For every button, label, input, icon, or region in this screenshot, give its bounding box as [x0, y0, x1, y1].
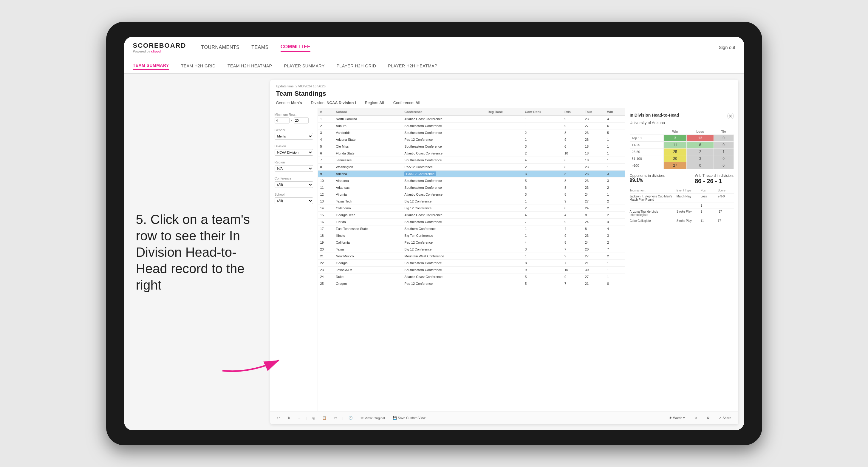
table-row[interactable]: 15 Georgia Tech Atlantic Coast Conferenc… [318, 212, 625, 219]
cell-reg [485, 253, 522, 260]
cell-num: 3 [318, 129, 334, 136]
sub-nav-player-h2h-heatmap[interactable]: PLAYER H2H HEATMAP [388, 62, 437, 70]
h2h-tie-top10: 0 [714, 135, 734, 142]
col-tour: Tour [583, 108, 605, 116]
toolbar-view-original[interactable]: 👁 View: Original [358, 415, 388, 421]
h2h-col-label [630, 128, 664, 135]
cell-conf: 1 [522, 198, 562, 205]
cell-win: 1 [605, 150, 625, 157]
h2h-row-51100: 51-100 20 3 0 [630, 155, 734, 162]
h2h-row-top10: Top 10 3 13 0 [630, 135, 734, 142]
table-row[interactable]: 19 California Pac-12 Conference 4 8 24 2 [318, 239, 625, 246]
table-row[interactable]: 22 Georgia Southeastern Conference 8 7 2… [318, 260, 625, 267]
sub-nav-team-h2h-grid[interactable]: TEAM H2H GRID [181, 62, 216, 70]
sub-nav-player-h2h-grid[interactable]: PLAYER H2H GRID [337, 62, 376, 70]
cell-school: Florida State [333, 150, 402, 157]
tournament-row-3: Arizona Thunderbirds Intercollegiate Str… [630, 209, 734, 218]
table-row[interactable]: 18 Illinois Big Ten Conference 1 9 23 3 [318, 232, 625, 239]
table-row[interactable]: 24 Duke Atlantic Coast Conference 5 9 27… [318, 274, 625, 280]
table-row[interactable]: 1 North Carolina Atlantic Coast Conferen… [318, 116, 625, 123]
nav-item-tournaments[interactable]: TOURNAMENTS [201, 43, 240, 52]
filter-gender: Gender: Men's [276, 100, 302, 105]
toolbar-save-custom[interactable]: 💾 Save Custom View [390, 415, 428, 421]
max-rounds-input[interactable] [294, 118, 309, 123]
cell-tour: 23 [583, 170, 605, 178]
toolbar-settings[interactable]: ⚙ [704, 415, 712, 421]
toolbar-share[interactable]: ↗ Share [716, 415, 734, 421]
table-row[interactable]: 17 East Tennessee State Southern Confere… [318, 225, 625, 232]
table-row[interactable]: 16 Florida Southeastern Conference 7 9 2… [318, 219, 625, 225]
h2h-table: Win Loss Tie Top 10 3 13 [630, 128, 734, 169]
cell-num: 12 [318, 191, 334, 198]
table-row[interactable]: 7 Tennessee Southeastern Conference 4 6 … [318, 157, 625, 164]
cell-num: 9 [318, 170, 334, 178]
cell-conference: Southeastern Conference [402, 157, 485, 164]
h2h-loss-1125: 8 [687, 142, 714, 149]
h2h-tie-2650: 1 [714, 149, 734, 155]
table-row[interactable]: 12 Virginia Atlantic Coast Conference 3 … [318, 191, 625, 198]
cell-rds: 9 [562, 232, 583, 239]
toolbar-undo[interactable]: ↩ [275, 415, 282, 421]
cell-rds: 10 [562, 150, 583, 157]
h2h-close-button[interactable]: ✕ [727, 113, 734, 119]
toolbar-copy[interactable]: ⎘ [310, 415, 317, 421]
table-row[interactable]: 8 Washington Pac-12 Conference 2 8 23 1 [318, 164, 625, 170]
table-row[interactable]: 4 Arizona State Pac-12 Conference 1 9 26… [318, 136, 625, 143]
cell-conf: 1 [522, 136, 562, 143]
cell-rds: 8 [562, 170, 583, 178]
sub-nav-team-summary[interactable]: TEAM SUMMARY [133, 61, 169, 70]
table-row[interactable]: 11 Arkansas Southeastern Conference 6 8 … [318, 184, 625, 191]
panel-body: Minimum Rou... - Gender Men's [270, 108, 738, 411]
nav-item-teams[interactable]: TEAMS [251, 43, 269, 52]
nav-item-committee[interactable]: COMMITTEE [281, 43, 311, 52]
toolbar-forward[interactable]: → [296, 415, 304, 421]
cell-num: 5 [318, 143, 334, 150]
table-row[interactable]: 23 Texas A&M Southeastern Conference 9 1… [318, 267, 625, 274]
h2h-label-100plus: >100 [630, 162, 664, 169]
gender-select[interactable]: Men's Women's [275, 133, 313, 139]
toolbar-screen[interactable]: 🖥 [692, 415, 700, 421]
toolbar-cut[interactable]: ✂ [332, 415, 339, 421]
cell-conference: Atlantic Coast Conference [402, 150, 485, 157]
cell-school: Oregon [333, 280, 402, 287]
cell-rds: 7 [562, 246, 583, 253]
logo-scoreboard: SCOREBOARD [133, 42, 186, 50]
cell-tour: 27 [583, 123, 605, 129]
cell-rds: 8 [562, 205, 583, 212]
cell-conference: Big 12 Conference [402, 246, 485, 253]
sign-out[interactable]: Sign out [719, 45, 735, 50]
cell-win: 1 [605, 274, 625, 280]
toolbar-clock[interactable]: 🕐 [346, 415, 355, 421]
table-row[interactable]: 14 Oklahoma Big 12 Conference 2 8 24 2 [318, 205, 625, 212]
toolbar-paste[interactable]: 📋 [320, 415, 329, 421]
table-row[interactable]: 25 Oregon Pac-12 Conference 5 7 21 0 [318, 280, 625, 287]
filter-label-school: School [275, 193, 313, 196]
table-row[interactable]: 20 Texas Big 12 Conference 3 7 20 7 [318, 246, 625, 253]
min-rounds-input[interactable] [275, 118, 289, 123]
table-row[interactable]: 6 Florida State Atlantic Coast Conferenc… [318, 150, 625, 157]
conference-select[interactable]: (All) Atlantic Coast Conference Southeas… [275, 181, 313, 188]
table-row[interactable]: 10 Alabama Southeastern Conference 5 8 2… [318, 178, 625, 184]
table-row[interactable]: 9 Arizona Pac-12 Conference 3 8 23 3 [318, 170, 625, 178]
panel-title: Team Standings [276, 90, 732, 97]
toolbar-redo[interactable]: ↻ [285, 415, 292, 421]
cell-conference: Southeastern Conference [402, 129, 485, 136]
table-row[interactable]: 3 Vanderbilt Southeastern Conference 2 8… [318, 129, 625, 136]
table-row[interactable]: 2 Auburn Southeastern Conference 1 9 27 … [318, 123, 625, 129]
cell-conf: 6 [522, 184, 562, 191]
cell-school: Auburn [333, 123, 402, 129]
table-row[interactable]: 5 Ole Miss Southeastern Conference 3 6 1… [318, 143, 625, 150]
school-select[interactable]: (All) [275, 197, 313, 204]
cell-conference: Southeastern Conference [402, 219, 485, 225]
region-select[interactable]: N/A All [275, 165, 313, 172]
sub-nav-player-summary[interactable]: PLAYER SUMMARY [284, 62, 324, 70]
division-select[interactable]: NCAA Division I NCAA Division II NCAA Di… [275, 149, 313, 156]
sub-nav: TEAM SUMMARY TEAM H2H GRID TEAM H2H HEAT… [124, 58, 744, 74]
sub-nav-team-h2h-heatmap[interactable]: TEAM H2H HEATMAP [227, 62, 272, 70]
cell-conference: Pac-12 Conference [402, 136, 485, 143]
toolbar-watch[interactable]: 👁 Watch ▾ [666, 415, 687, 421]
table-row[interactable]: 21 New Mexico Mountain West Conference 1… [318, 253, 625, 260]
cell-reg [485, 191, 522, 198]
cell-conf: 1 [522, 232, 562, 239]
table-row[interactable]: 13 Texas Tech Big 12 Conference 1 9 27 2 [318, 198, 625, 205]
